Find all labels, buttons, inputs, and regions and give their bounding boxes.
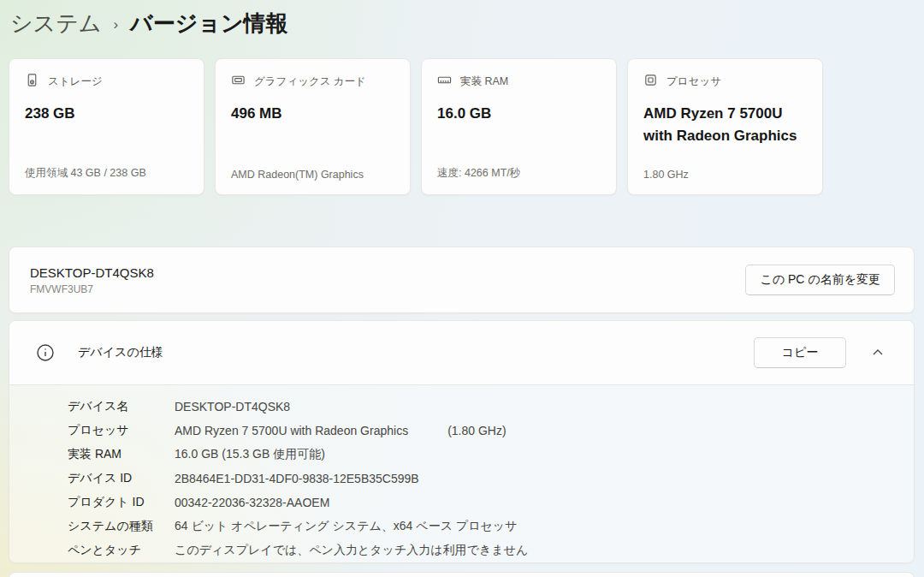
storage-icon (25, 73, 39, 90)
spec-value: このディスプレイでは、ペン入力とタッチ入力は利用できません (175, 543, 528, 558)
spec-value: 2B8464E1-DD31-4DF0-9838-12E5B35C599B (175, 472, 419, 485)
spec-value-extra: (1.80 GHz) (447, 424, 506, 437)
spec-label: プロダクト ID (68, 495, 175, 510)
spec-label: システムの種類 (68, 519, 175, 534)
breadcrumb-system-link[interactable]: システム (10, 9, 101, 39)
summary-cards: ストレージ 238 GB 使用領域 43 GB / 238 GB グラフィックス… (9, 58, 823, 195)
rename-pc-button[interactable]: この PC の名前を変更 (745, 265, 895, 295)
processor-card-label: プロセッサ (666, 74, 721, 89)
storage-card: ストレージ 238 GB 使用領域 43 GB / 238 GB (9, 58, 204, 195)
device-specs-title: デバイスの仕様 (78, 345, 754, 360)
spec-row-pen-touch: ペンとタッチ このディスプレイでは、ペン入力とタッチ入力は利用できません (68, 538, 914, 562)
copy-button[interactable]: コピー (754, 337, 846, 368)
spec-value: 00342-22036-32328-AAOEM (175, 496, 329, 509)
spec-row-device-id: デバイス ID 2B8464E1-DD31-4DF0-9838-12E5B35C… (68, 467, 914, 491)
spec-row-device-name: デバイス名 DESKTOP-DT4QSK8 (68, 395, 914, 419)
processor-card-footer: 1.80 GHz (643, 169, 689, 181)
device-model: FMVWF3UB7 (30, 283, 154, 295)
spec-label: デバイス ID (68, 471, 175, 486)
graphics-card: グラフィックス カード 496 MB AMD Radeon(TM) Graphi… (215, 58, 411, 195)
next-section-card[interactable] (9, 572, 915, 577)
storage-card-footer: 使用領域 43 GB / 238 GB (25, 166, 146, 181)
graphics-card-label: グラフィックス カード (254, 74, 366, 89)
spec-value: AMD Ryzen 7 5700U with Radeon Graphics (175, 424, 408, 437)
spec-value: 16.0 GB (15.3 GB 使用可能) (175, 447, 325, 462)
gpu-icon (231, 73, 246, 90)
spec-value: DESKTOP-DT4QSK8 (175, 400, 290, 413)
spec-row-processor: プロセッサ AMD Ryzen 7 5700U with Radeon Grap… (68, 419, 914, 443)
chevron-up-icon (872, 347, 884, 359)
spec-label: プロセッサ (68, 423, 175, 438)
spec-row-ram: 実装 RAM 16.0 GB (15.3 GB 使用可能) (68, 443, 914, 467)
storage-card-label: ストレージ (48, 74, 103, 89)
processor-card: プロセッサ AMD Ryzen 7 5700U with Radeon Grap… (627, 58, 823, 195)
page-title: バージョン情報 (130, 9, 287, 39)
ram-card-footer: 速度: 4266 MT/秒 (437, 166, 520, 181)
device-specs-card: デバイスの仕様 コピー デバイス名 DESKTOP-DT4QSK8 プロセッサ … (9, 320, 915, 563)
ram-card: 実装 RAM 16.0 GB 速度: 4266 MT/秒 (421, 58, 617, 195)
spec-value: 64 ビット オペレーティング システム、x64 ベース プロセッサ (175, 519, 517, 534)
spec-label: ペンとタッチ (68, 543, 175, 558)
ram-card-label: 実装 RAM (460, 74, 508, 89)
device-specs-header[interactable]: デバイスの仕様 コピー (9, 321, 914, 385)
ram-card-value: 16.0 GB (437, 103, 601, 125)
device-name: DESKTOP-DT4QSK8 (30, 265, 154, 280)
collapse-button[interactable] (863, 338, 892, 367)
ram-icon (437, 73, 452, 90)
spec-row-system-type: システムの種類 64 ビット オペレーティング システム、x64 ベース プロセ… (68, 515, 914, 538)
device-specs-body: デバイス名 DESKTOP-DT4QSK8 プロセッサ AMD Ryzen 7 … (9, 385, 914, 563)
breadcrumb-chevron-icon: › (113, 14, 118, 33)
info-icon (35, 342, 56, 363)
graphics-card-value: 496 MB (231, 103, 394, 125)
spec-label: 実装 RAM (68, 447, 175, 462)
spec-row-product-id: プロダクト ID 00342-22036-32328-AAOEM (68, 491, 914, 515)
processor-card-value: AMD Ryzen 7 5700U with Radeon Graphics (643, 103, 807, 148)
device-name-card: DESKTOP-DT4QSK8 FMVWF3UB7 この PC の名前を変更 (9, 247, 915, 313)
spec-label: デバイス名 (68, 399, 175, 414)
breadcrumb: システム › バージョン情報 (10, 9, 288, 39)
storage-card-value: 238 GB (25, 103, 188, 125)
cpu-icon (643, 73, 658, 90)
graphics-card-footer: AMD Radeon(TM) Graphics (231, 169, 364, 181)
